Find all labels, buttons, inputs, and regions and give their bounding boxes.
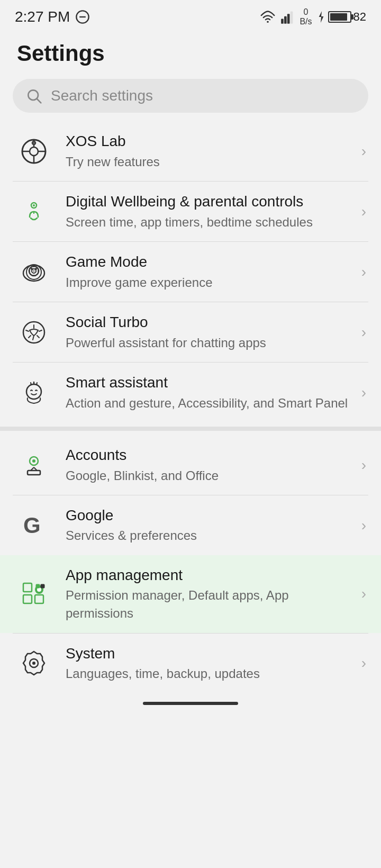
settings-item-game-mode[interactable]: Game Mode Improve game experience › — [0, 242, 381, 302]
svg-rect-32 — [28, 471, 40, 475]
accounts-subtitle: Google, Blinkist, and Office — [66, 467, 355, 485]
chevron-icon: › — [361, 264, 366, 281]
smart-assistant-icon — [15, 374, 53, 412]
digital-wellbeing-icon — [15, 193, 53, 231]
chevron-icon: › — [361, 203, 366, 220]
social-turbo-subtitle: Powerful assistant for chatting apps — [66, 334, 355, 352]
battery-icon — [328, 11, 351, 23]
xos-lab-title: XOS Lab — [66, 132, 355, 151]
svg-rect-37 — [23, 595, 32, 603]
smart-assistant-title: Smart assistant — [66, 373, 355, 392]
system-text: System Languages, time, backup, updates — [66, 644, 355, 683]
settings-list: XOS Lab Try new features › Digital Wellb… — [0, 121, 381, 693]
wifi-icon — [259, 10, 276, 24]
app-management-text: App management Permission manager, Defau… — [66, 566, 355, 622]
google-title: Google — [66, 506, 355, 525]
digital-wellbeing-subtitle: Screen time, app timers, bedtime schedul… — [66, 213, 355, 231]
svg-rect-38 — [35, 595, 43, 603]
svg-text:G: G — [23, 513, 41, 538]
chevron-icon: › — [361, 384, 366, 401]
data-speed: 0 B/s — [300, 7, 312, 26]
home-indicator — [0, 693, 381, 716]
svg-point-2 — [267, 21, 269, 23]
app-management-icon — [15, 575, 53, 613]
svg-rect-6 — [291, 11, 293, 23]
charging-icon — [316, 11, 326, 23]
game-mode-subtitle: Improve game experience — [66, 274, 355, 292]
svg-marker-7 — [319, 11, 323, 23]
battery-percentage: 82 — [353, 10, 366, 24]
game-mode-title: Game Mode — [66, 252, 355, 272]
battery-indicator: 82 — [316, 10, 366, 24]
accounts-text: Accounts Google, Blinkist, and Office — [66, 446, 355, 484]
svg-rect-4 — [284, 16, 287, 23]
svg-point-14 — [32, 141, 36, 144]
search-input-placeholder: Search settings — [51, 87, 153, 104]
system-title: System — [66, 644, 355, 663]
social-turbo-text: Social Turbo Powerful assistant for chat… — [66, 313, 355, 351]
settings-item-system[interactable]: System Languages, time, backup, updates … — [0, 634, 381, 693]
settings-item-google[interactable]: G Google Services & preferences › — [0, 495, 381, 555]
svg-point-18 — [33, 204, 35, 206]
chevron-icon: › — [361, 517, 366, 534]
svg-rect-5 — [287, 14, 290, 24]
svg-point-11 — [30, 147, 38, 156]
app-management-title: App management — [66, 566, 355, 585]
xos-lab-subtitle: Try new features — [66, 153, 355, 171]
settings-item-app-management[interactable]: App management Permission manager, Defau… — [0, 555, 381, 633]
google-subtitle: Services & preferences — [66, 527, 355, 545]
settings-item-digital-wellbeing[interactable]: Digital Wellbeing & parental controls Sc… — [0, 182, 381, 241]
svg-point-26 — [31, 268, 33, 270]
settings-item-social-turbo[interactable]: Social Turbo Powerful assistant for chat… — [0, 302, 381, 362]
accounts-title: Accounts — [66, 446, 355, 465]
do-not-disturb-icon — [75, 10, 90, 24]
svg-point-29 — [26, 384, 41, 399]
game-mode-text: Game Mode Improve game experience — [66, 252, 355, 291]
app-management-subtitle: Permission manager, Default apps, App pe… — [66, 586, 355, 622]
svg-point-46 — [32, 662, 35, 665]
svg-rect-36 — [23, 583, 32, 592]
game-mode-icon — [15, 253, 53, 291]
accounts-icon — [15, 446, 53, 484]
svg-point-31 — [32, 459, 35, 463]
system-icon — [15, 644, 53, 682]
chevron-icon: › — [361, 585, 366, 602]
xos-lab-icon — [15, 132, 53, 170]
settings-item-xos-lab[interactable]: XOS Lab Try new features › — [0, 121, 381, 181]
digital-wellbeing-text: Digital Wellbeing & parental controls Sc… — [66, 192, 355, 231]
svg-rect-3 — [282, 19, 284, 23]
search-icon — [25, 87, 42, 104]
svg-point-27 — [35, 268, 37, 270]
home-bar — [143, 702, 238, 705]
system-subtitle: Languages, time, backup, updates — [66, 665, 355, 683]
xos-lab-text: XOS Lab Try new features — [66, 132, 355, 170]
settings-item-accounts[interactable]: Accounts Google, Blinkist, and Office › — [0, 435, 381, 495]
search-bar-container[interactable]: Search settings — [0, 75, 381, 121]
svg-line-9 — [37, 99, 41, 103]
section-divider — [0, 427, 381, 431]
svg-rect-41 — [36, 584, 40, 588]
page-title: Settings — [0, 30, 381, 75]
social-turbo-title: Social Turbo — [66, 313, 355, 332]
chevron-icon: › — [361, 655, 366, 672]
google-icon: G — [15, 507, 53, 545]
social-turbo-icon — [15, 313, 53, 351]
smart-assistant-subtitle: Action and gesture, Accessibility, and S… — [66, 394, 355, 412]
search-bar[interactable]: Search settings — [13, 79, 368, 113]
status-bar: 2:27 PM 0 B/s — [0, 0, 381, 30]
google-text: Google Services & preferences — [66, 506, 355, 545]
status-time: 2:27 PM — [15, 8, 90, 25]
chevron-icon: › — [361, 457, 366, 474]
svg-rect-43 — [41, 584, 44, 588]
digital-wellbeing-title: Digital Wellbeing & parental controls — [66, 192, 355, 211]
chevron-icon: › — [361, 143, 366, 160]
settings-item-smart-assistant[interactable]: Smart assistant Action and gesture, Acce… — [0, 363, 381, 422]
chevron-icon: › — [361, 324, 366, 341]
status-icons: 0 B/s 82 — [259, 7, 366, 26]
smart-assistant-text: Smart assistant Action and gesture, Acce… — [66, 373, 355, 412]
signal-icon — [280, 10, 295, 24]
